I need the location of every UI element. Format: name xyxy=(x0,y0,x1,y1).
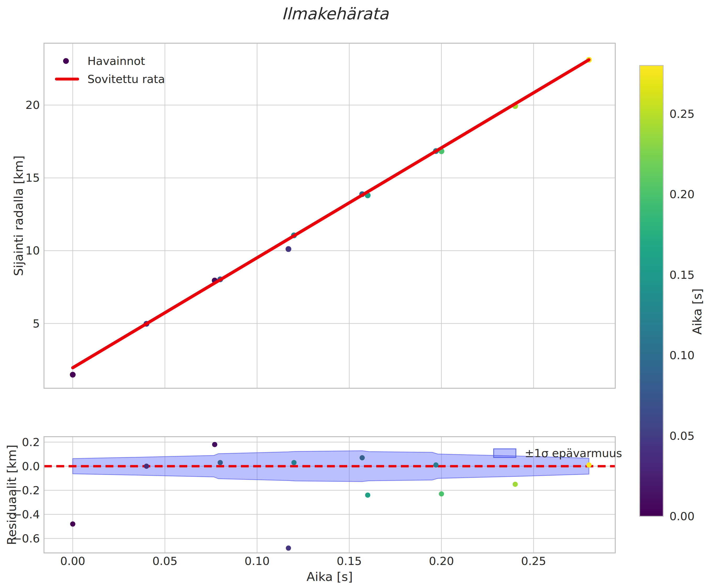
colorbar-gradient xyxy=(639,65,663,516)
observation-point xyxy=(70,372,76,377)
legend-label-havainnot: Havainnot xyxy=(87,54,145,68)
residual-point xyxy=(286,545,291,551)
residual-point xyxy=(439,491,444,497)
colorbar-label: Aika [s] xyxy=(690,289,704,335)
colorbar xyxy=(639,65,663,516)
uncertainty-band-label: ±1σ epävarmuus xyxy=(525,447,622,460)
residual-point xyxy=(144,464,149,469)
legend-line-sovitettu-rata xyxy=(55,78,79,81)
main-y-tick-label: 20 xyxy=(25,99,40,111)
legend-marker-havainnot xyxy=(63,58,69,64)
x-tick-label: 0.15 xyxy=(337,555,362,568)
colorbar-tick-label: 0.15 xyxy=(669,268,694,282)
residual-point xyxy=(433,462,439,467)
colorbar-tick-label: 0.25 xyxy=(669,107,694,121)
colorbar-tick-label: 0.00 xyxy=(669,510,694,523)
residual-y-axis-label: Residuaalit [km] xyxy=(4,445,19,545)
colorbar-tick-label: 0.05 xyxy=(669,429,694,443)
colorbar-tick-label: 0.10 xyxy=(669,349,694,362)
chart-title: Ilmakehärata xyxy=(282,4,389,23)
residual-point xyxy=(360,455,365,460)
main-y-axis-label: Sijainti radalla [km] xyxy=(11,156,26,276)
main-y-tick-label: 10 xyxy=(25,244,40,257)
residual-y-tick-label: 0.0 xyxy=(22,460,40,473)
residual-point xyxy=(70,522,75,527)
x-tick-label: 0.10 xyxy=(244,555,270,568)
residual-point xyxy=(513,482,518,487)
tick-labels: 0.000.050.100.150.200.2551015200.20.0−0.… xyxy=(12,99,694,568)
residual-point xyxy=(586,462,592,467)
main-y-tick-label: 5 xyxy=(33,317,40,330)
residual-point xyxy=(291,460,297,465)
residual-point xyxy=(212,442,217,447)
x-tick-label: 0.25 xyxy=(521,555,546,568)
main-panel xyxy=(44,43,615,388)
residual-point xyxy=(217,460,223,465)
x-tick-label: 0.20 xyxy=(429,555,454,568)
main-y-tick-label: 15 xyxy=(25,171,40,184)
uncertainty-band-swatch xyxy=(493,449,516,458)
fitted-line xyxy=(73,60,589,368)
observation-point xyxy=(286,246,291,252)
figure: 0.000.050.100.150.200.2551015200.20.0−0.… xyxy=(0,0,709,588)
residual-y-tick-label: 0.2 xyxy=(22,436,40,449)
legend-label-sovitettu-rata: Sovitettu rata xyxy=(87,73,165,86)
x-tick-label: 0.00 xyxy=(60,555,85,568)
colorbar-tick-label: 0.20 xyxy=(669,188,694,201)
residual-point xyxy=(365,492,370,498)
plot-canvas: 0.000.050.100.150.200.2551015200.20.0−0.… xyxy=(0,0,709,588)
x-axis-label: Aika [s] xyxy=(307,569,353,584)
x-tick-label: 0.05 xyxy=(152,555,178,568)
